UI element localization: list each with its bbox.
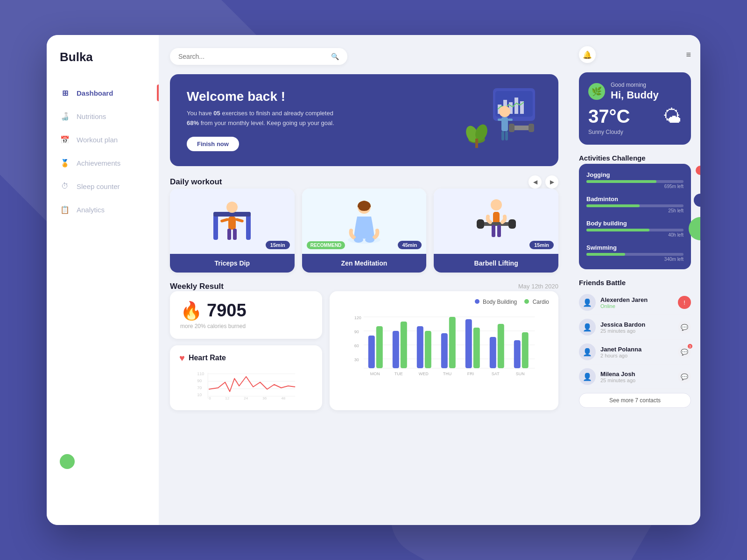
svg-rect-72	[473, 328, 480, 368]
svg-rect-26	[235, 217, 244, 222]
svg-rect-71	[465, 319, 472, 368]
alexerden-avatar: 👤	[579, 294, 596, 311]
svg-text:0: 0	[209, 396, 211, 400]
meditation-time-badge: 45min	[398, 241, 422, 249]
search-input[interactable]	[178, 53, 326, 60]
svg-rect-65	[393, 331, 399, 368]
svg-rect-69	[441, 333, 448, 368]
svg-rect-5	[514, 98, 518, 114]
menu-icon[interactable]: ≡	[686, 50, 691, 60]
triceps-card-image: 15min	[170, 189, 295, 254]
badminton-bar-fill	[586, 204, 640, 207]
triceps-card-title: Triceps Dip	[170, 254, 295, 273]
svg-text:TUE: TUE	[395, 371, 403, 376]
activity-badminton: Badminton 25h left	[586, 196, 684, 213]
achievements-icon: 🏅	[60, 158, 70, 168]
exercise-count: 05	[213, 110, 220, 117]
svg-text:MON: MON	[370, 371, 380, 376]
friend-item-janet: 👤 Janet Polanna 2 hours ago 💬3	[579, 340, 691, 364]
see-more-contacts-button[interactable]: See more 7 contacts	[579, 393, 691, 408]
bar-chart-svg: 120 90 60 30	[339, 310, 549, 380]
swimming-label: Swimming	[586, 244, 684, 251]
svg-rect-37	[508, 219, 516, 229]
next-arrow[interactable]: ▶	[545, 175, 558, 189]
calories-display: 🔥 7905	[180, 301, 312, 321]
weather-icon: 🌿	[588, 83, 605, 100]
triceps-illustration	[204, 193, 260, 249]
banner-figure-svg	[451, 79, 544, 158]
daily-workout-section: Daily workout ◀ ▶	[170, 175, 558, 273]
sidebar-label-analytics: Analytics	[77, 206, 105, 214]
weekly-grid: 🔥 7905 more 20% calories burned ♥ Heart …	[170, 291, 558, 410]
app-logo: Bulka	[47, 50, 159, 81]
svg-rect-38	[492, 225, 495, 237]
jogging-left: 695m left	[586, 184, 684, 189]
weather-sun-icon: 🌤	[663, 106, 682, 127]
friend-item-alexerden: 👤 Alexerden Jaren Online !	[579, 290, 691, 315]
svg-text:30: 30	[354, 357, 359, 362]
activities-section: Activities Challenge Jogging 695m left B…	[579, 154, 691, 269]
svg-text:70: 70	[197, 385, 202, 390]
finish-now-button[interactable]: Finish now	[187, 137, 239, 151]
sidebar-item-sleep[interactable]: ⏱ Sleep counter	[47, 175, 159, 198]
meditation-card-image: RECOMMEND 45min	[302, 189, 427, 254]
heart-rate-chart: 110 90 70 10 0 12 24	[179, 368, 313, 401]
sidebar-label-workout: Workout plan	[77, 136, 118, 144]
bodybuilding-bar-bg	[586, 229, 684, 231]
workout-card-meditation[interactable]: RECOMMEND 45min Zen Meditation	[302, 189, 427, 273]
sidebar-item-dashboard[interactable]: ⊞ Dashboard	[47, 81, 159, 105]
janet-info: Janet Polanna 2 hours ago	[600, 346, 673, 358]
jessica-action[interactable]: 💬	[678, 321, 691, 334]
jessica-avatar: 👤	[579, 319, 596, 336]
sidebar-item-nutritions[interactable]: 🍶 Nutritions	[47, 105, 159, 128]
workout-icon: 📅	[60, 134, 70, 145]
sleep-icon: ⏱	[60, 181, 70, 191]
welcome-banner: Welcome back ! You have 05 exercises to …	[170, 74, 558, 166]
weekly-result-title: Weekly Result	[170, 282, 224, 291]
svg-rect-68	[425, 331, 431, 368]
workout-card-barbell[interactable]: 15min Barbell Lifting	[434, 189, 558, 273]
friends-title: Friends Battle	[579, 279, 691, 287]
svg-rect-64	[376, 326, 383, 368]
svg-text:90: 90	[354, 329, 359, 334]
svg-rect-18	[501, 131, 504, 140]
svg-rect-67	[417, 326, 423, 368]
bodybuilding-bar-fill	[586, 229, 649, 231]
meditation-illustration	[336, 193, 392, 249]
svg-rect-16	[498, 119, 502, 121]
svg-rect-36	[477, 219, 484, 229]
janet-action[interactable]: 💬3	[678, 345, 691, 358]
badminton-label: Badminton	[586, 196, 684, 203]
prev-arrow[interactable]: ◀	[529, 175, 542, 189]
milena-info: Milena Josh 25 minutes ago	[600, 371, 673, 383]
sidebar-nav: ⊞ Dashboard 🍶 Nutritions 📅 Workout plan …	[47, 81, 159, 221]
weekly-result-section: Weekly Result May 12th 2020 🔥 7905 more …	[170, 282, 558, 410]
svg-text:WED: WED	[419, 371, 429, 376]
weather-name-block: Good morning Hi, Buddy	[611, 82, 659, 101]
sidebar-item-workout-plan[interactable]: 📅 Workout plan	[47, 128, 159, 151]
daily-workout-title: Daily workout	[170, 177, 222, 187]
svg-point-14	[499, 106, 510, 117]
alexerden-action[interactable]: !	[678, 296, 691, 309]
sidebar-item-analytics[interactable]: 📋 Analytics	[47, 198, 159, 221]
svg-text:THU: THU	[443, 371, 452, 376]
sidebar-item-achievements[interactable]: 🏅 Achievements	[47, 151, 159, 175]
svg-text:10: 10	[197, 392, 202, 397]
workout-cards-grid: 15min Triceps Dip	[170, 189, 558, 273]
barbell-time-badge: 15min	[529, 241, 554, 249]
fire-icon: 🔥	[180, 301, 202, 321]
notification-bell[interactable]: 🔔	[579, 46, 596, 63]
search-bar[interactable]: 🔍	[170, 48, 347, 65]
heart-rate-card: ♥ Heart Rate 110 90 70 10	[170, 345, 322, 410]
milena-action[interactable]: 💬	[678, 370, 691, 383]
jogging-bar-fill	[586, 180, 656, 183]
workout-card-triceps[interactable]: 15min Triceps Dip	[170, 189, 295, 273]
legend-cardio: Cardio	[524, 299, 549, 305]
jogging-label: Jogging	[586, 171, 684, 178]
weekly-result-header: Weekly Result May 12th 2020	[170, 282, 558, 291]
janet-name: Janet Polanna	[600, 346, 673, 353]
svg-rect-73	[490, 337, 496, 368]
svg-rect-15	[501, 117, 508, 131]
activity-jogging: Jogging 695m left	[586, 171, 684, 189]
janet-status: 2 hours ago	[600, 353, 673, 358]
